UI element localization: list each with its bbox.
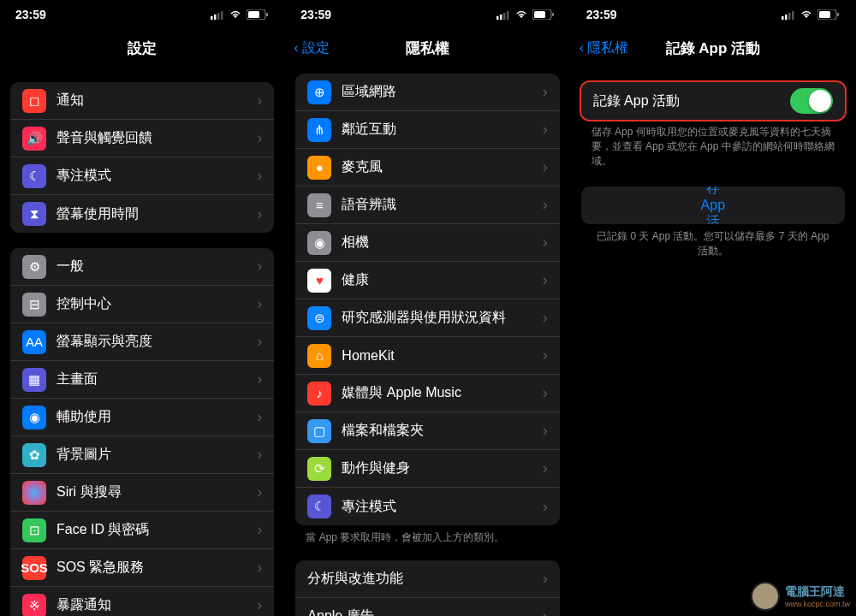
row-label: 麥克風 — [342, 158, 542, 176]
row-label: 螢幕使用時間 — [56, 205, 257, 223]
heart-icon: ♥ — [307, 269, 331, 293]
svg-rect-9 — [503, 13, 506, 20]
list-item[interactable]: AA螢幕顯示與亮度› — [10, 323, 274, 361]
chevron-right-icon: › — [257, 295, 262, 313]
toggle-switch[interactable] — [790, 88, 833, 114]
row-label: HomeKit — [342, 348, 542, 364]
list-item[interactable]: ◻通知› — [10, 82, 274, 120]
list-item[interactable]: ▢檔案和檔案夾› — [295, 412, 559, 450]
svg-rect-12 — [534, 11, 545, 18]
list-item[interactable]: Siri 與搜尋› — [10, 474, 274, 512]
moon-icon: ☾ — [307, 495, 331, 518]
list-item[interactable]: ⊜研究感測器與使用狀況資料› — [295, 299, 559, 337]
list-item[interactable]: ≡語音辨識› — [295, 187, 559, 224]
list-item[interactable]: ◉輔助使用› — [10, 399, 274, 436]
save-label: 儲存 App 活動 — [701, 187, 725, 224]
list-item[interactable]: 🔊聲音與觸覺回饋› — [10, 120, 274, 157]
svg-rect-14 — [782, 16, 784, 20]
row-label: 相機 — [342, 234, 542, 252]
battery-icon — [532, 9, 555, 20]
list-item[interactable]: ▦主畫面› — [10, 361, 274, 399]
flower-icon: ✿ — [22, 443, 46, 467]
row-label: 健康 — [342, 271, 542, 289]
record-content[interactable]: 記錄 App 活動 儲存 App 何時取用您的位置或麥克風等資料的七天摘要，並查… — [571, 67, 855, 616]
list-item[interactable]: ⊟控制中心› — [10, 286, 274, 323]
list-item[interactable]: ☾專注模式› — [10, 157, 274, 195]
accessibility-icon: ◉ — [22, 406, 46, 429]
svg-rect-2 — [217, 13, 220, 20]
list-item[interactable]: ✿背景圖片› — [10, 436, 274, 474]
toggle-label: 記錄 App 活動 — [593, 92, 790, 110]
watermark-url: www.kocpc.com.tw — [785, 600, 850, 608]
back-button[interactable]: ‹ 隱私權 — [580, 39, 628, 57]
bell-icon: ◻ — [22, 89, 46, 113]
list-item[interactable]: ※暴露通知› — [10, 587, 274, 616]
row-label: Siri 與搜尋 — [56, 483, 257, 501]
list-item[interactable]: ●麥克風› — [295, 149, 559, 187]
chevron-right-icon: › — [257, 446, 262, 464]
save-activity-button[interactable]: 儲存 App 活動 — [581, 187, 845, 224]
list-item[interactable]: ⌂HomeKit› — [295, 337, 559, 375]
nav-bar: ‹ 設定 隱私權 — [285, 29, 569, 67]
back-label: 隱私權 — [587, 39, 628, 57]
list-item[interactable]: ⋔鄰近互動› — [295, 111, 559, 149]
chevron-left-icon: ‹ — [580, 40, 584, 56]
chevron-right-icon: › — [543, 309, 548, 327]
list-item[interactable]: SOSSOS 緊急服務› — [10, 549, 274, 587]
chevron-right-icon: › — [543, 158, 548, 176]
back-button[interactable]: ‹ 設定 — [294, 39, 329, 57]
phone-privacy: 23:59 ‹ 設定 隱私權 ⊕區域網路›⋔鄰近互動›●麥克風›≡語音辨識›◉相… — [285, 0, 570, 616]
svg-rect-8 — [500, 15, 502, 20]
chevron-right-icon: › — [543, 83, 548, 101]
list-item[interactable]: Apple 廣告› — [295, 598, 559, 616]
svg-rect-15 — [785, 15, 788, 20]
list-item[interactable]: ⊕區域網路› — [295, 74, 559, 111]
status-time: 23:59 — [300, 8, 331, 21]
list-item[interactable]: ⊡Face ID 與密碼› — [10, 512, 274, 549]
svg-rect-10 — [507, 11, 509, 20]
chevron-right-icon: › — [543, 196, 548, 214]
save-footnote: 已記錄 0 天 App 活動。您可以儲存最多 7 天的 App 活動。 — [571, 224, 855, 258]
status-icons — [496, 9, 555, 20]
row-label: 媒體與 Apple Music — [342, 384, 542, 402]
record-toggle-row[interactable]: 記錄 App 活動 — [581, 82, 845, 120]
row-label: 動作與健身 — [342, 459, 542, 477]
svg-rect-0 — [211, 16, 213, 20]
research-icon: ⊜ — [307, 306, 331, 330]
settings-group: 分析與改進功能›Apple 廣告› — [295, 560, 559, 616]
list-item[interactable]: ♥健康› — [295, 262, 559, 299]
row-label: 專注模式 — [56, 167, 257, 185]
chevron-right-icon: › — [257, 129, 262, 147]
list-item[interactable]: ⚙一般› — [10, 248, 274, 286]
back-label: 設定 — [302, 39, 330, 57]
svg-rect-20 — [837, 13, 839, 16]
list-item[interactable]: ⧗螢幕使用時間› — [10, 195, 274, 233]
chevron-right-icon: › — [257, 483, 262, 501]
chevron-right-icon: › — [543, 384, 548, 402]
row-label: 通知 — [56, 92, 257, 110]
save-group: 儲存 App 活動 — [581, 187, 845, 224]
speaker-icon: 🔊 — [22, 127, 46, 151]
list-item[interactable]: ◉相機› — [295, 224, 559, 262]
home-icon: ⌂ — [307, 344, 331, 368]
folder-icon: ▢ — [307, 419, 331, 443]
list-item[interactable]: ♪媒體與 Apple Music› — [295, 375, 559, 412]
settings-content[interactable]: ◻通知›🔊聲音與觸覺回饋›☾專注模式›⧗螢幕使用時間›⚙一般›⊟控制中心›AA螢… — [0, 67, 284, 616]
list-item[interactable]: ☾專注模式› — [295, 488, 559, 525]
waveform-icon: ≡ — [307, 193, 331, 217]
list-item[interactable]: 分析與改進功能› — [295, 560, 559, 598]
signal-icon — [211, 10, 224, 20]
svg-rect-7 — [496, 16, 499, 20]
row-label: 暴露通知 — [56, 596, 257, 614]
phone-record-activity: 23:59 ‹ 隱私權 記錄 App 活動 記錄 App 活動 儲存 App 何… — [571, 0, 856, 616]
privacy-content[interactable]: ⊕區域網路›⋔鄰近互動›●麥克風›≡語音辨識›◉相機›♥健康›⊜研究感測器與使用… — [285, 67, 569, 616]
globe-icon: ⊕ — [307, 80, 331, 104]
row-label: Face ID 與密碼 — [56, 521, 257, 539]
status-time: 23:59 — [15, 8, 46, 21]
svg-rect-6 — [266, 13, 268, 16]
row-label: Apple 廣告 — [307, 607, 542, 616]
svg-rect-5 — [248, 11, 259, 18]
phone-settings: 23:59 設定 ◻通知›🔊聲音與觸覺回饋›☾專注模式›⧗螢幕使用時間›⚙一般›… — [0, 0, 285, 616]
chevron-right-icon: › — [257, 408, 262, 426]
list-item[interactable]: ⟳動作與健身› — [295, 450, 559, 488]
